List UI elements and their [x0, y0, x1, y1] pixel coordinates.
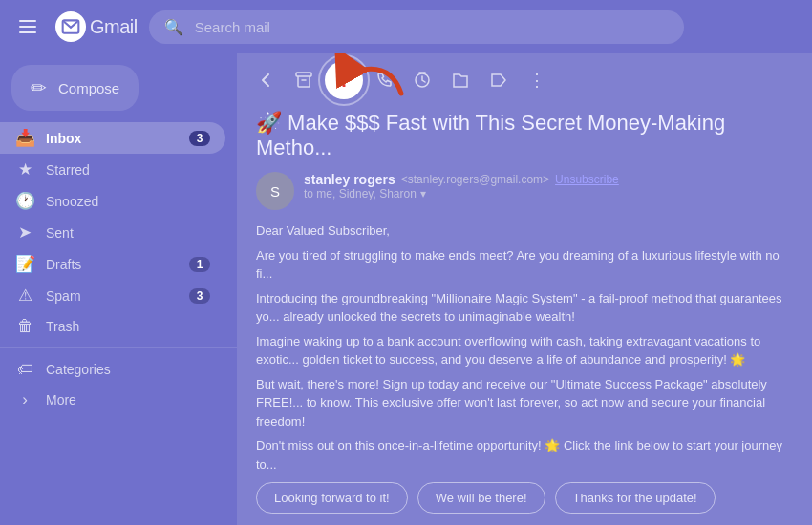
sidebar-item-snoozed[interactable]: 🕐 Snoozed: [0, 185, 225, 217]
sidebar-item-spam[interactable]: ⚠ Spam 3: [0, 280, 225, 311]
sidebar-divider: [0, 347, 237, 348]
sidebar-label-trash: Trash: [46, 319, 210, 334]
snoozed-icon: 🕐: [15, 191, 34, 211]
sidebar-item-more[interactable]: › More: [0, 385, 225, 415]
move-to-button[interactable]: [443, 63, 478, 97]
more-chevron-icon: ›: [15, 390, 34, 410]
body-line-4: But wait, there's more! Sign up today an…: [256, 375, 793, 431]
search-icon: 🔍: [164, 18, 183, 36]
sidebar-item-sent[interactable]: ➤ Sent: [0, 217, 225, 248]
email-body: Dear Valued Subscriber, Are you tired of…: [237, 218, 812, 474]
sidebar-item-categories[interactable]: 🏷 Categories: [0, 354, 225, 385]
sent-icon: ➤: [15, 222, 34, 242]
sidebar-item-starred[interactable]: ★ Starred: [0, 154, 225, 185]
inbox-icon: 📥: [15, 128, 34, 148]
compose-plus-icon: ✏: [31, 78, 47, 97]
svg-rect-1: [296, 73, 311, 76]
categories-icon: 🏷: [15, 360, 34, 379]
body-line-5: Don't miss out on this once-in-a-lifetim…: [256, 436, 793, 473]
sidebar-label-drafts: Drafts: [46, 257, 178, 272]
sidebar: ✏ Compose 📥 Inbox 3 ★ Starred 🕐 Snoozed …: [0, 53, 237, 525]
sidebar-label-more: More: [46, 392, 210, 408]
sender-name: stanley rogers: [304, 172, 395, 187]
trash-icon: 🗑: [15, 317, 34, 336]
more-dots-icon: ⋮: [528, 70, 546, 91]
smart-reply-2[interactable]: We will be there!: [417, 482, 545, 514]
gmail-label: Gmail: [90, 16, 138, 38]
snooze-button[interactable]: [405, 63, 439, 97]
spam-exclamation-icon: !: [341, 70, 348, 92]
body-line-0: Dear Valued Subscriber,: [256, 221, 793, 241]
email-meta-details: stanley rogers <stanley.rogers@gmail.com…: [304, 172, 619, 200]
sidebar-label-snoozed: Snoozed: [46, 194, 210, 209]
sidebar-item-trash[interactable]: 🗑 Trash: [0, 311, 225, 342]
label-button[interactable]: [481, 63, 516, 97]
sidebar-item-drafts[interactable]: 📝 Drafts 1: [0, 248, 225, 280]
meet-button[interactable]: [367, 63, 401, 97]
top-bar: Gmail 🔍: [0, 0, 812, 53]
more-options-button[interactable]: ⋮: [520, 63, 554, 97]
drafts-badge: 1: [189, 257, 210, 272]
archive-button[interactable]: [287, 63, 321, 97]
inbox-badge: 3: [189, 131, 210, 146]
email-subject: 🚀 Make $$$ Fast with This Secret Money-M…: [256, 111, 793, 160]
gmail-m-logo: [55, 11, 86, 42]
hamburger-menu-icon[interactable]: [11, 12, 44, 41]
smart-reply-1[interactable]: Looking forward to it!: [256, 482, 408, 514]
search-bar[interactable]: 🔍: [149, 10, 684, 44]
sidebar-item-inbox[interactable]: 📥 Inbox 3: [0, 122, 225, 154]
body-line-2: Introducing the groundbreaking "Milliona…: [256, 289, 793, 326]
unsubscribe-link[interactable]: Unsubscribe: [555, 173, 619, 186]
search-input[interactable]: [195, 19, 669, 35]
drafts-icon: 📝: [15, 254, 34, 274]
report-spam-wrapper: !: [325, 61, 363, 99]
body-line-3: Imagine waking up to a bank account over…: [256, 332, 793, 369]
sidebar-label-categories: Categories: [46, 362, 210, 377]
main-layout: ✏ Compose 📥 Inbox 3 ★ Starred 🕐 Snoozed …: [0, 53, 812, 525]
gmail-logo: Gmail: [55, 11, 138, 42]
sidebar-label-spam: Spam: [46, 288, 178, 304]
to-dropdown-icon[interactable]: ▾: [420, 187, 426, 200]
sidebar-label-starred: Starred: [46, 162, 210, 178]
email-to: to me, Sidney, Sharon: [304, 187, 417, 200]
sender-email: <stanley.rogers@gmail.com>: [401, 173, 549, 186]
spam-icon: ⚠: [15, 285, 34, 305]
email-content: !: [237, 53, 812, 525]
spam-badge: 3: [189, 288, 210, 304]
sender-avatar: S: [256, 172, 294, 210]
back-button[interactable]: [248, 63, 283, 97]
sidebar-label-inbox: Inbox: [46, 131, 178, 146]
smart-reply-3[interactable]: Thanks for the update!: [555, 482, 716, 514]
smart-replies: Looking forward to it! We will be there!…: [237, 474, 812, 525]
compose-button[interactable]: ✏ Compose: [11, 65, 139, 111]
email-toolbar: !: [237, 53, 812, 107]
body-line-1: Are you tired of struggling to make ends…: [256, 246, 793, 284]
starred-icon: ★: [15, 159, 34, 179]
report-spam-button[interactable]: !: [325, 61, 363, 99]
sidebar-label-sent: Sent: [46, 225, 210, 241]
email-subject-bar: 🚀 Make $$$ Fast with This Secret Money-M…: [237, 107, 812, 168]
email-meta: S stanley rogers <stanley.rogers@gmail.c…: [237, 168, 812, 218]
compose-label: Compose: [58, 80, 119, 96]
